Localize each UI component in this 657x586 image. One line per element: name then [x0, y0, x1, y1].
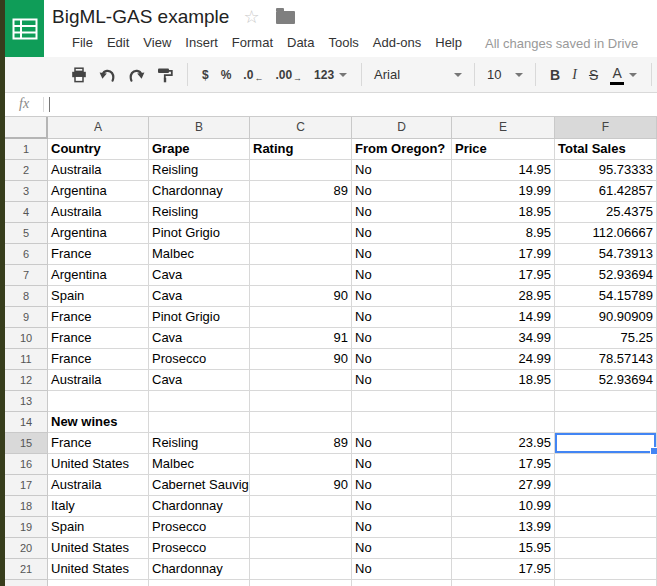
- star-icon[interactable]: ☆: [243, 8, 259, 26]
- cell-D14[interactable]: [352, 412, 452, 433]
- menu-item-add-ons[interactable]: Add-ons: [366, 33, 428, 53]
- cell-A5[interactable]: Argentina: [48, 223, 149, 244]
- cell-E11[interactable]: 24.99: [452, 349, 555, 370]
- cell-D7[interactable]: No: [352, 265, 452, 286]
- row-header-11[interactable]: 11: [5, 349, 48, 370]
- row-header-6[interactable]: 6: [5, 244, 48, 265]
- cell-B11[interactable]: Prosecco: [149, 349, 250, 370]
- folder-icon[interactable]: [276, 11, 295, 24]
- cell-A4[interactable]: Austraila: [48, 202, 149, 223]
- cell-C8[interactable]: 90: [250, 286, 352, 307]
- cell-C16[interactable]: [250, 454, 352, 475]
- cell-F14[interactable]: [555, 412, 657, 433]
- cell-B19[interactable]: Prosecco: [149, 517, 250, 538]
- column-header-C[interactable]: C: [250, 117, 352, 139]
- cell-F21[interactable]: [555, 559, 657, 580]
- cell-B16[interactable]: Malbec: [149, 454, 250, 475]
- selection-fill-handle[interactable]: [650, 447, 657, 455]
- cell-F10[interactable]: 75.25: [555, 328, 657, 349]
- cell-partial[interactable]: [352, 580, 452, 586]
- cell-B20[interactable]: Prosecco: [149, 538, 250, 559]
- cell-partial[interactable]: [555, 580, 657, 586]
- row-header-14[interactable]: 14: [5, 412, 48, 433]
- menu-item-view[interactable]: View: [136, 33, 178, 53]
- row-header-2[interactable]: 2: [5, 160, 48, 181]
- menu-item-insert[interactable]: Insert: [178, 33, 225, 53]
- row-header-13[interactable]: 13: [5, 391, 48, 412]
- menu-item-help[interactable]: Help: [428, 33, 469, 53]
- cell-E18[interactable]: 10.99: [452, 496, 555, 517]
- cell-B15[interactable]: Reisling: [149, 433, 250, 454]
- column-header-D[interactable]: D: [352, 117, 452, 139]
- paint-format-button[interactable]: [157, 67, 173, 83]
- column-header-F[interactable]: F: [555, 117, 657, 139]
- cell-B2[interactable]: Reisling: [149, 160, 250, 181]
- cell-B10[interactable]: Cava: [149, 328, 250, 349]
- cell-E3[interactable]: 19.99: [452, 181, 555, 202]
- menu-item-data[interactable]: Data: [280, 33, 321, 53]
- font-family-select[interactable]: Arial: [374, 67, 462, 82]
- cell-D10[interactable]: No: [352, 328, 452, 349]
- font-size-select[interactable]: 10: [487, 67, 523, 82]
- cell-C6[interactable]: [250, 244, 352, 265]
- row-header-20[interactable]: 20: [5, 538, 48, 559]
- format-currency-button[interactable]: $: [202, 68, 209, 82]
- cell-D15[interactable]: No: [352, 433, 452, 454]
- cell-B13[interactable]: [149, 391, 250, 412]
- strikethrough-button[interactable]: S: [589, 67, 598, 83]
- document-title[interactable]: BigML-GAS example: [52, 6, 229, 28]
- cell-B1[interactable]: Grape: [149, 139, 250, 160]
- row-header-21[interactable]: 21: [5, 559, 48, 580]
- cell-B6[interactable]: Malbec: [149, 244, 250, 265]
- cell-E19[interactable]: 13.99: [452, 517, 555, 538]
- cell-D20[interactable]: No: [352, 538, 452, 559]
- cell-C14[interactable]: [250, 412, 352, 433]
- cell-C11[interactable]: 90: [250, 349, 352, 370]
- cell-C9[interactable]: [250, 307, 352, 328]
- cell-E17[interactable]: 27.99: [452, 475, 555, 496]
- saved-status[interactable]: All changes saved in Drive: [485, 36, 638, 51]
- menu-item-edit[interactable]: Edit: [100, 33, 136, 53]
- cell-D11[interactable]: No: [352, 349, 452, 370]
- cell-D3[interactable]: No: [352, 181, 452, 202]
- cell-E4[interactable]: 18.95: [452, 202, 555, 223]
- cell-A17[interactable]: Austraila: [48, 475, 149, 496]
- cell-partial[interactable]: [452, 580, 555, 586]
- cell-D19[interactable]: No: [352, 517, 452, 538]
- cell-A13[interactable]: [48, 391, 149, 412]
- column-header-E[interactable]: E: [452, 117, 555, 139]
- cell-F20[interactable]: [555, 538, 657, 559]
- cell-B12[interactable]: Cava: [149, 370, 250, 391]
- cell-F5[interactable]: 112.06667: [555, 223, 657, 244]
- cell-E8[interactable]: 28.95: [452, 286, 555, 307]
- undo-button[interactable]: [99, 68, 116, 82]
- cell-F15[interactable]: [555, 433, 657, 454]
- cell-F6[interactable]: 54.73913: [555, 244, 657, 265]
- cell-A9[interactable]: France: [48, 307, 149, 328]
- row-header-18[interactable]: 18: [5, 496, 48, 517]
- cell-C13[interactable]: [250, 391, 352, 412]
- format-percent-button[interactable]: %: [221, 68, 232, 82]
- formula-bar[interactable]: fx: [5, 93, 657, 117]
- cell-F13[interactable]: [555, 391, 657, 412]
- cell-F3[interactable]: 61.42857: [555, 181, 657, 202]
- cell-E5[interactable]: 8.95: [452, 223, 555, 244]
- cell-C12[interactable]: [250, 370, 352, 391]
- sheets-logo-icon[interactable]: [5, 0, 44, 57]
- cell-C10[interactable]: 91: [250, 328, 352, 349]
- row-header-9[interactable]: 9: [5, 307, 48, 328]
- cell-A10[interactable]: France: [48, 328, 149, 349]
- cell-F12[interactable]: 52.93694: [555, 370, 657, 391]
- cell-C17[interactable]: 90: [250, 475, 352, 496]
- row-header-17[interactable]: 17: [5, 475, 48, 496]
- cell-C19[interactable]: [250, 517, 352, 538]
- cell-C3[interactable]: 89: [250, 181, 352, 202]
- cell-D13[interactable]: [352, 391, 452, 412]
- menu-item-format[interactable]: Format: [225, 33, 280, 53]
- cell-A3[interactable]: Argentina: [48, 181, 149, 202]
- cell-B9[interactable]: Pinot Grigio: [149, 307, 250, 328]
- cell-E12[interactable]: 18.95: [452, 370, 555, 391]
- cell-C20[interactable]: [250, 538, 352, 559]
- cell-B21[interactable]: Chardonnay: [149, 559, 250, 580]
- cell-B5[interactable]: Pinot Grigio: [149, 223, 250, 244]
